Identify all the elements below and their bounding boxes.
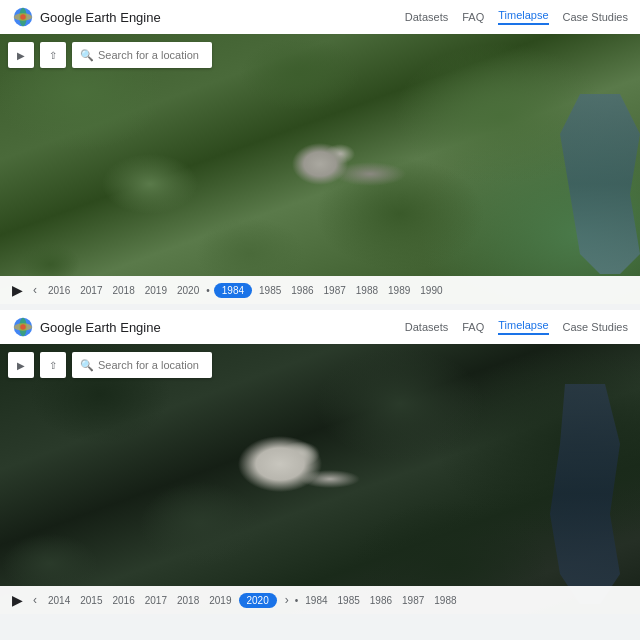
logo-2: Google Earth Engine [12, 316, 161, 338]
expand-button-2[interactable]: ▶ [8, 352, 34, 378]
header-2: Google Earth Engine Datasets FAQ Timelap… [0, 310, 640, 344]
prev-icon-2: ‹ [33, 593, 37, 607]
map-controls-2: ▶ ⇧ 🔍 [8, 352, 212, 378]
year-2015-2[interactable]: 2015 [77, 593, 105, 608]
search-input-2[interactable] [98, 359, 208, 371]
year-2017-1[interactable]: 2017 [77, 283, 105, 298]
year-2020-2[interactable]: 2020 [239, 593, 277, 608]
year-2016-2[interactable]: 2016 [110, 593, 138, 608]
year-1987-2[interactable]: 1987 [399, 593, 427, 608]
year-1985-1[interactable]: 1985 [256, 283, 284, 298]
year-list-2: 2014 2015 2016 2017 2018 2019 2020 › • 1… [45, 593, 630, 608]
app-title-1: Google Earth Engine [40, 10, 161, 25]
map-1[interactable]: ▶ ⇧ 🔍 ▶ ‹ 2016 2017 2018 2019 20 [0, 34, 640, 304]
dots-1: • [206, 285, 210, 296]
nav-faq-1[interactable]: FAQ [462, 11, 484, 23]
header-1: Google Earth Engine Datasets FAQ Timelap… [0, 0, 640, 34]
next-button-2[interactable]: › [283, 593, 291, 607]
nav-casestudies-1[interactable]: Case Studies [563, 11, 628, 23]
year-1990-1[interactable]: 1990 [417, 283, 445, 298]
nav-2: Datasets FAQ Timelapse Case Studies [405, 319, 628, 335]
year-2019-2[interactable]: 2019 [206, 593, 234, 608]
earth-engine-logo-icon-2 [12, 316, 34, 338]
year-1988-1[interactable]: 1988 [353, 283, 381, 298]
dots-2: • [295, 595, 299, 606]
year-list-1: 2016 2017 2018 2019 2020 • 1984 1985 198… [45, 283, 630, 298]
expand-icon-1: ▶ [17, 50, 25, 61]
map-controls-1: ▶ ⇧ 🔍 [8, 42, 212, 68]
search-bar-2[interactable]: 🔍 [72, 352, 212, 378]
year-2018-2[interactable]: 2018 [174, 593, 202, 608]
play-button-1[interactable]: ▶ [10, 282, 25, 298]
svg-point-7 [20, 324, 26, 330]
nav-faq-2[interactable]: FAQ [462, 321, 484, 333]
earth-engine-logo-icon [12, 6, 34, 28]
play-icon-2: ▶ [12, 592, 23, 608]
nav-datasets-2[interactable]: Datasets [405, 321, 448, 333]
app-title-2: Google Earth Engine [40, 320, 161, 335]
nav-timelapse-2[interactable]: Timelapse [498, 319, 548, 335]
nav-timelapse-1[interactable]: Timelapse [498, 9, 548, 25]
satellite-image-1 [0, 34, 640, 304]
share-button-2[interactable]: ⇧ [40, 352, 66, 378]
year-2018-1[interactable]: 2018 [110, 283, 138, 298]
timeline-2: ▶ ‹ 2014 2015 2016 2017 2018 2019 2020 ›… [0, 586, 640, 614]
year-1986-1[interactable]: 1986 [288, 283, 316, 298]
expand-icon-2: ▶ [17, 360, 25, 371]
timeline-1: ▶ ‹ 2016 2017 2018 2019 2020 • 1984 1985… [0, 276, 640, 304]
nav-datasets-1[interactable]: Datasets [405, 11, 448, 23]
prev-button-1[interactable]: ‹ [31, 283, 39, 297]
year-1989-1[interactable]: 1989 [385, 283, 413, 298]
prev-icon-1: ‹ [33, 283, 37, 297]
prev-button-2[interactable]: ‹ [31, 593, 39, 607]
river-overlay-2 [550, 384, 620, 604]
year-1984-1[interactable]: 1984 [214, 283, 252, 298]
year-2017-2[interactable]: 2017 [142, 593, 170, 608]
svg-point-3 [20, 14, 26, 20]
year-1985-2[interactable]: 1985 [335, 593, 363, 608]
share-icon-1: ⇧ [49, 50, 57, 61]
year-2020-1[interactable]: 2020 [174, 283, 202, 298]
nav-casestudies-2[interactable]: Case Studies [563, 321, 628, 333]
year-1987-1[interactable]: 1987 [321, 283, 349, 298]
map-2[interactable]: ▶ ⇧ 🔍 ▶ ‹ 2014 2015 2016 2017 20 [0, 344, 640, 614]
logo-1: Google Earth Engine [12, 6, 161, 28]
panel-2: Google Earth Engine Datasets FAQ Timelap… [0, 310, 640, 614]
year-1986-2[interactable]: 1986 [367, 593, 395, 608]
play-button-2[interactable]: ▶ [10, 592, 25, 608]
play-icon-1: ▶ [12, 282, 23, 298]
year-2014-2[interactable]: 2014 [45, 593, 73, 608]
river-overlay-1 [560, 94, 640, 274]
next-icon-2: › [285, 593, 289, 607]
share-icon-2: ⇧ [49, 360, 57, 371]
search-input-1[interactable] [98, 49, 208, 61]
year-2019-1[interactable]: 2019 [142, 283, 170, 298]
satellite-image-2 [0, 344, 640, 614]
expand-button-1[interactable]: ▶ [8, 42, 34, 68]
year-1984-2[interactable]: 1984 [302, 593, 330, 608]
share-button-1[interactable]: ⇧ [40, 42, 66, 68]
panel-1: Google Earth Engine Datasets FAQ Timelap… [0, 0, 640, 304]
year-1988-2[interactable]: 1988 [431, 593, 459, 608]
search-icon-1: 🔍 [80, 49, 94, 62]
year-2016-1[interactable]: 2016 [45, 283, 73, 298]
search-bar-1[interactable]: 🔍 [72, 42, 212, 68]
search-icon-2: 🔍 [80, 359, 94, 372]
nav-1: Datasets FAQ Timelapse Case Studies [405, 9, 628, 25]
